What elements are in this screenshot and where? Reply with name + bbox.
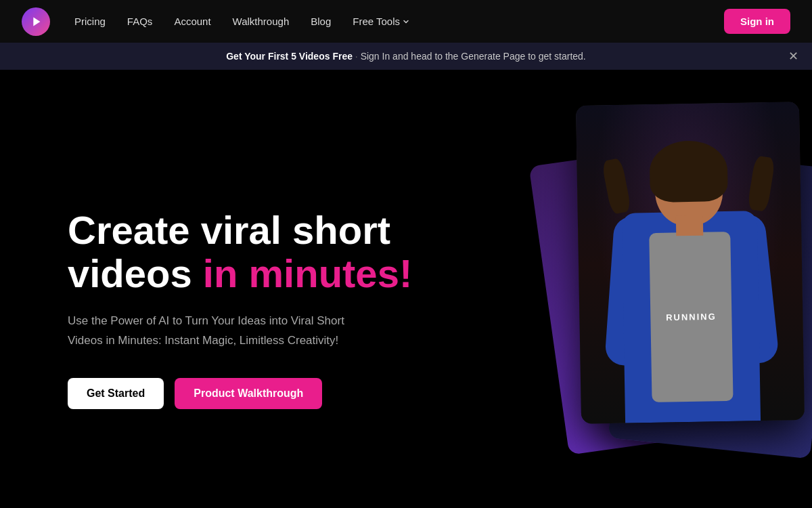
navbar: Pricing FAQs Account Walkthrough Blog Fr…: [0, 0, 812, 43]
logo[interactable]: [22, 7, 50, 36]
hero-section: Create viral short videos in minutes! Us…: [0, 70, 812, 507]
hair-top: [649, 140, 728, 203]
banner-close-button[interactable]: ✕: [788, 50, 798, 62]
get-started-button[interactable]: Get Started: [68, 378, 164, 409]
nav-links: Pricing FAQs Account Walkthrough Blog Fr…: [74, 16, 724, 27]
product-walkthrough-button[interactable]: Product Walkthrough: [175, 378, 322, 409]
banner-message: Sign In and head to the Generate Page to…: [361, 51, 586, 62]
nav-account[interactable]: Account: [174, 16, 210, 27]
nav-blog[interactable]: Blog: [311, 16, 331, 27]
person-shirt: RUNNING: [649, 232, 733, 402]
hero-title-highlight: in minutes!: [203, 251, 412, 295]
nav-faqs[interactable]: FAQs: [127, 16, 153, 27]
logo-icon: [28, 14, 43, 29]
shirt-text: RUNNING: [666, 312, 717, 322]
hero-subtitle: Use the Power of AI to Turn Your Ideas i…: [68, 312, 379, 351]
hero-title-line2-plain: videos: [68, 251, 203, 295]
nav-pricing[interactable]: Pricing: [74, 16, 106, 27]
nav-free-tools[interactable]: Free Tools: [353, 16, 409, 27]
banner-highlight: Get Your First 5 Videos Free: [226, 51, 353, 62]
nav-walkthrough[interactable]: Walkthrough: [233, 16, 290, 27]
hero-title: Create viral short videos in minutes!: [68, 209, 412, 295]
announcement-banner: Get Your First 5 Videos Free · Sign In a…: [0, 43, 812, 70]
video-scene: RUNNING: [576, 102, 805, 424]
hair-left: [602, 158, 632, 215]
hero-visual: RUNNING: [555, 77, 812, 456]
person-figure: RUNNING: [600, 150, 781, 423]
video-card-main: RUNNING: [576, 102, 805, 424]
banner-separator: ·: [355, 51, 358, 62]
hero-buttons: Get Started Product Walkthrough: [68, 378, 412, 409]
person-body: RUNNING: [622, 211, 761, 424]
chevron-down-icon: [403, 18, 409, 25]
person-neck: [676, 215, 704, 236]
hero-title-line1: Create viral short: [68, 208, 390, 252]
banner-content: Get Your First 5 Videos Free · Sign In a…: [226, 51, 586, 62]
hero-content: Create viral short videos in minutes! Us…: [68, 209, 412, 408]
sign-in-button[interactable]: Sign in: [724, 9, 790, 34]
hair-right: [747, 155, 775, 212]
